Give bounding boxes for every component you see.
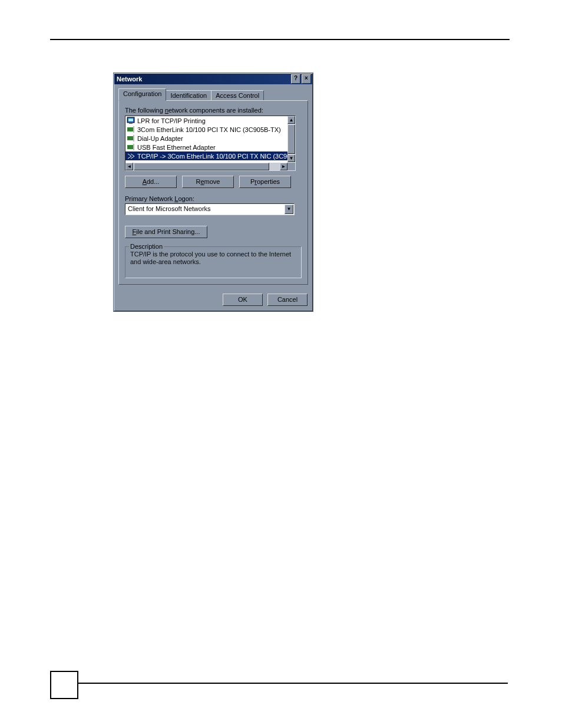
protocol-icon xyxy=(127,152,136,160)
primary-logon-combo[interactable]: Client for Microsoft Networks ▼ xyxy=(125,203,295,215)
adapter-icon xyxy=(127,134,136,142)
network-dialog: Network ? × Configuration Identification… xyxy=(114,73,313,311)
ok-button[interactable]: OK xyxy=(223,294,263,306)
client-icon xyxy=(127,117,136,124)
description-title: Description xyxy=(129,243,164,250)
page-bottom-rule xyxy=(78,683,508,684)
scroll-up-icon[interactable]: ▲ xyxy=(287,116,295,124)
components-listbox[interactable]: LPR for TCP/IP Printing 3Com EtherLink 1… xyxy=(125,116,296,171)
scroll-left-icon[interactable]: ◄ xyxy=(125,163,133,170)
scrollbar-corner xyxy=(287,163,295,170)
list-item[interactable]: USB Fast Ethernet Adapter xyxy=(125,143,287,151)
primary-logon-value: Client for Microsoft Networks xyxy=(125,204,294,213)
close-button[interactable]: × xyxy=(302,74,311,84)
adapter-icon xyxy=(127,143,136,151)
file-print-sharing-button[interactable]: File and Print Sharing... xyxy=(125,226,207,238)
help-button[interactable]: ? xyxy=(291,74,300,84)
remove-button[interactable]: Remove xyxy=(182,176,234,188)
configuration-panel: The following network components are ins… xyxy=(118,100,308,285)
list-item[interactable]: 3Com EtherLink 10/100 PCI TX NIC (3C905B… xyxy=(125,125,287,134)
svg-rect-5 xyxy=(133,126,134,133)
description-text: TCP/IP is the protocol you use to connec… xyxy=(130,251,296,266)
svg-rect-11 xyxy=(133,144,134,150)
scroll-right-icon[interactable]: ► xyxy=(280,163,287,170)
scroll-down-icon[interactable]: ▼ xyxy=(287,154,295,162)
scrollbar-thumb[interactable] xyxy=(134,163,269,170)
list-item-label: 3Com EtherLink 10/100 PCI TX NIC (3C905B… xyxy=(137,126,281,133)
primary-logon-label: Primary Network Logon: xyxy=(125,195,302,202)
page-number-box xyxy=(50,671,78,699)
list-item-selected[interactable]: TCP/IP -> 3Com EtherLink 10/100 PCI TX N… xyxy=(125,151,287,160)
components-label: The following network components are ins… xyxy=(125,107,302,114)
svg-rect-7 xyxy=(128,137,130,139)
scrollbar-thumb[interactable] xyxy=(287,124,295,154)
add-button[interactable]: Add... xyxy=(125,176,177,188)
svg-rect-10 xyxy=(128,146,130,148)
svg-rect-8 xyxy=(133,135,134,141)
list-item-label: USB Fast Ethernet Adapter xyxy=(137,144,216,151)
svg-rect-4 xyxy=(128,129,130,130)
tab-strip: Configuration Identification Access Cont… xyxy=(118,88,308,100)
list-item[interactable]: LPR for TCP/IP Printing xyxy=(125,116,287,125)
chevron-down-icon[interactable]: ▼ xyxy=(285,205,293,214)
page-top-rule xyxy=(50,39,510,40)
vertical-scrollbar[interactable]: ▲ ▼ xyxy=(287,116,295,162)
horizontal-scrollbar[interactable]: ◄ ► xyxy=(125,163,287,170)
tab-access-control[interactable]: Access Control xyxy=(211,90,264,100)
tab-configuration[interactable]: Configuration xyxy=(118,88,166,101)
properties-button[interactable]: Properties xyxy=(239,176,291,188)
list-item-label: TCP/IP -> 3Com EtherLink 10/100 PCI TX N… xyxy=(137,153,296,160)
list-item-label: LPR for TCP/IP Printing xyxy=(137,117,206,124)
cancel-button[interactable]: Cancel xyxy=(267,294,308,306)
svg-rect-1 xyxy=(128,118,133,121)
description-groupbox: Description TCP/IP is the protocol you u… xyxy=(125,246,302,278)
dialog-title: Network xyxy=(117,75,290,83)
svg-rect-2 xyxy=(129,123,133,124)
list-item-label: Dial-Up Adapter xyxy=(137,135,183,142)
list-item[interactable]: Dial-Up Adapter xyxy=(125,134,287,143)
tab-identification[interactable]: Identification xyxy=(166,90,211,100)
titlebar[interactable]: Network ? × xyxy=(114,74,312,84)
adapter-icon xyxy=(127,126,136,133)
